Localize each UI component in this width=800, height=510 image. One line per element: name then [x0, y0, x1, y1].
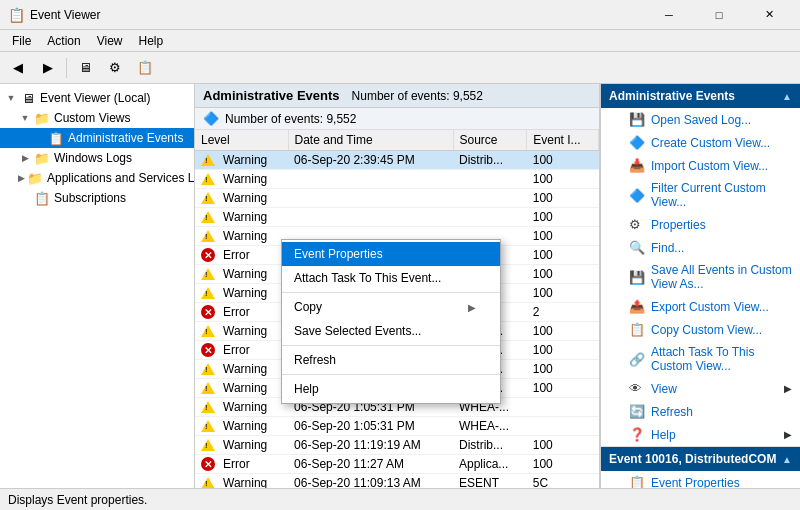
source-cell: ESENT — [453, 474, 527, 489]
copy-icon: 📋 — [629, 322, 645, 337]
expander-icon: ▼ — [4, 91, 18, 105]
eventid-cell: 100 — [527, 151, 599, 170]
action-label: Properties — [651, 218, 706, 232]
action-properties[interactable]: ⚙ Properties — [601, 213, 800, 236]
menu-view[interactable]: View — [89, 32, 131, 50]
collapse-event-icon[interactable]: ▲ — [782, 454, 792, 465]
save-all-icon: 💾 — [629, 270, 645, 285]
action-label: View — [651, 382, 677, 396]
view-arrow-icon: ▶ — [784, 383, 792, 394]
action-help[interactable]: ❓ Help ▶ — [601, 423, 800, 446]
expander-icon: ▼ — [18, 111, 32, 125]
action-view[interactable]: 👁 View ▶ — [601, 377, 800, 400]
ctx-save-events[interactable]: Save Selected Events... — [282, 319, 500, 343]
tree-item-admin-events[interactable]: 📋 Administrative Events — [0, 128, 194, 148]
col-eventid[interactable]: Event I... — [527, 130, 599, 151]
context-menu: Event Properties Attach Task To This Eve… — [281, 239, 501, 404]
source-cell — [453, 208, 527, 227]
eventid-cell: 100 — [527, 322, 599, 341]
datetime-cell — [288, 189, 453, 208]
tree-item-event-viewer[interactable]: ▼ 🖥 Event Viewer (Local) — [0, 88, 194, 108]
action-refresh[interactable]: 🔄 Refresh — [601, 400, 800, 423]
eventid-cell — [527, 417, 599, 436]
level-text: Warning — [223, 191, 267, 205]
tree-item-windows-logs[interactable]: ▶ 📁 Windows Logs — [0, 148, 194, 168]
table-row[interactable]: ✕Error06-Sep-20 11:27 AMApplica...100 — [195, 455, 599, 474]
collapse-icon[interactable]: ▲ — [782, 91, 792, 102]
status-bar: Displays Event properties. — [0, 488, 800, 510]
table-row[interactable]: !Warning100 — [195, 189, 599, 208]
close-button[interactable]: ✕ — [746, 0, 792, 30]
ctx-sep-1 — [282, 292, 500, 293]
table-row[interactable]: !Warning100 — [195, 170, 599, 189]
task-button[interactable]: 📋 — [131, 55, 159, 81]
table-row[interactable]: !Warning06-Sep-20 1:05:31 PMWHEA-... — [195, 417, 599, 436]
settings-button[interactable]: ⚙ — [101, 55, 129, 81]
action-copy-view[interactable]: 📋 Copy Custom View... — [601, 318, 800, 341]
attach-icon: 🔗 — [629, 352, 645, 367]
menu-file[interactable]: File — [4, 32, 39, 50]
menu-action[interactable]: Action — [39, 32, 88, 50]
action-filter-custom-view[interactable]: 🔷 Filter Current Custom View... — [601, 177, 800, 213]
menu-help[interactable]: Help — [131, 32, 172, 50]
action-open-saved-log[interactable]: 💾 Open Saved Log... — [601, 108, 800, 131]
maximize-button[interactable]: □ — [696, 0, 742, 30]
forward-button[interactable]: ▶ — [34, 55, 62, 81]
source-cell: Distrib... — [453, 436, 527, 455]
level-text: Warning — [223, 286, 267, 300]
action-export[interactable]: 📤 Export Custom View... — [601, 295, 800, 318]
action-import-custom-view[interactable]: 📥 Import Custom View... — [601, 154, 800, 177]
table-row[interactable]: !Warning100 — [195, 208, 599, 227]
level-text: Warning — [223, 438, 267, 452]
ctx-event-properties[interactable]: Event Properties — [282, 242, 500, 266]
tree-item-app-services[interactable]: ▶ 📁 Applications and Services Logs — [0, 168, 194, 188]
action-create-custom-view[interactable]: 🔷 Create Custom View... — [601, 131, 800, 154]
ctx-copy[interactable]: Copy ▶ — [282, 295, 500, 319]
col-source[interactable]: Source — [453, 130, 527, 151]
eventid-cell: 100 — [527, 360, 599, 379]
back-button[interactable]: ◀ — [4, 55, 32, 81]
view-act-icon: 👁 — [629, 381, 645, 396]
col-datetime[interactable]: Date and Time — [288, 130, 453, 151]
ctx-help[interactable]: Help — [282, 377, 500, 401]
expander-icon — [18, 191, 32, 205]
event-props-icon: 📋 — [629, 475, 645, 488]
level-cell: !Warning — [195, 322, 288, 341]
action-attach-task-view[interactable]: 🔗 Attach Task To This Custom View... — [601, 341, 800, 377]
computer-button[interactable]: 🖥 — [71, 55, 99, 81]
eventid-cell: 100 — [527, 246, 599, 265]
toolbar-separator — [66, 58, 67, 78]
minimize-button[interactable]: ─ — [646, 0, 692, 30]
level-text: Warning — [223, 153, 267, 167]
table-row[interactable]: !Warning06-Sep-20 2:39:45 PMDistrib...10… — [195, 151, 599, 170]
eventid-cell: 100 — [527, 379, 599, 398]
level-text: Warning — [223, 476, 267, 488]
action-event-properties[interactable]: 📋 Event Properties — [601, 471, 800, 488]
col-level[interactable]: Level — [195, 130, 288, 151]
eventid-cell: 2 — [527, 303, 599, 322]
source-cell — [453, 189, 527, 208]
action-find[interactable]: 🔍 Find... — [601, 236, 800, 259]
level-text: Warning — [223, 419, 267, 433]
custom-view-icon: 🔷 — [629, 135, 645, 150]
ctx-refresh[interactable]: Refresh — [282, 348, 500, 372]
tree-item-custom-views[interactable]: ▼ 📁 Custom Views — [0, 108, 194, 128]
table-row[interactable]: !Warning06-Sep-20 11:09:13 AMESENT5C — [195, 474, 599, 489]
help-icon: ❓ — [629, 427, 645, 442]
eventid-cell: 100 — [527, 455, 599, 474]
folder-icon: 📁 — [27, 170, 43, 186]
expander-icon — [32, 131, 46, 145]
actions-title-event: Event 10016, DistributedCOM ▲ — [601, 447, 800, 471]
main-layout: ▼ 🖥 Event Viewer (Local) ▼ 📁 Custom View… — [0, 84, 800, 488]
tree-item-subscriptions[interactable]: 📋 Subscriptions — [0, 188, 194, 208]
level-text: Error — [223, 457, 250, 471]
datetime-cell: 06-Sep-20 11:19:19 AM — [288, 436, 453, 455]
level-text: Warning — [223, 362, 267, 376]
level-cell: !Warning — [195, 417, 288, 436]
eventid-cell: 100 — [527, 341, 599, 360]
table-row[interactable]: !Warning06-Sep-20 11:19:19 AMDistrib...1… — [195, 436, 599, 455]
level-text: Warning — [223, 324, 267, 338]
action-save-all-events[interactable]: 💾 Save All Events in Custom View As... — [601, 259, 800, 295]
ctx-attach-task[interactable]: Attach Task To This Event... — [282, 266, 500, 290]
filter-act-icon: 🔷 — [629, 188, 645, 203]
